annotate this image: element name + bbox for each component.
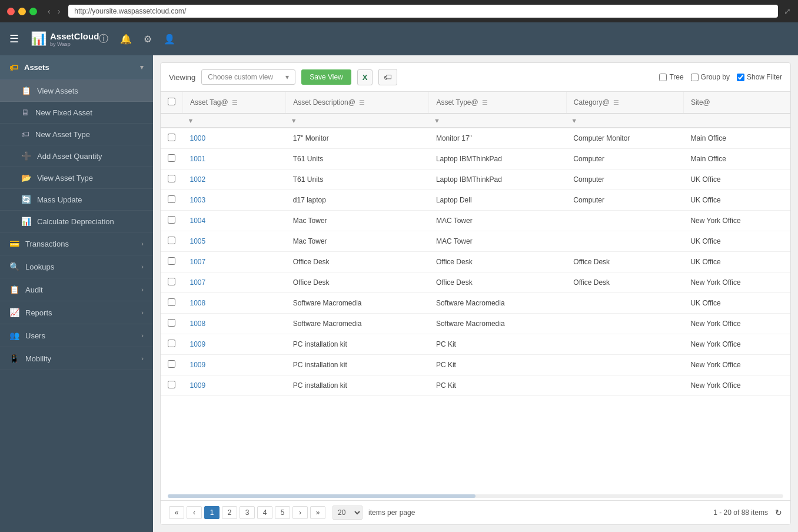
tag-button[interactable]: 🏷	[378, 69, 397, 85]
row-asset-desc: PC installation kit	[286, 375, 429, 396]
notification-icon[interactable]: 🔔	[120, 34, 132, 45]
asset-desc-col-menu-icon[interactable]: ☰	[359, 99, 365, 107]
close-button[interactable]	[7, 8, 15, 15]
sidebar-item-new-fixed-asset[interactable]: 🖥 New Fixed Asset	[0, 102, 153, 124]
filter-category-cell: ▼	[566, 114, 683, 128]
sidebar-item-mobility[interactable]: 📱 Mobility ›	[0, 347, 153, 370]
asset-tag-link[interactable]: 1009	[190, 340, 206, 348]
mass-update-icon: 🔄	[21, 195, 31, 204]
export-excel-button[interactable]: X	[357, 69, 373, 85]
page-3-button[interactable]: 3	[240, 506, 255, 519]
page-5-button[interactable]: 5	[275, 506, 290, 519]
filter-desc-icon: ▼	[291, 117, 297, 124]
row-checkbox[interactable]	[168, 298, 175, 306]
custom-view-select[interactable]: Choose custom view ▾	[201, 69, 295, 85]
row-checkbox-cell	[161, 375, 183, 396]
row-checkbox[interactable]	[168, 134, 175, 141]
sidebar-item-audit[interactable]: 📋 Audit ›	[0, 278, 153, 301]
forward-button[interactable]: ›	[55, 5, 63, 17]
sidebar-item-reports[interactable]: 📈 Reports ›	[0, 301, 153, 324]
per-page-select[interactable]: 20 50 100	[332, 506, 363, 520]
help-icon[interactable]: ⓘ	[99, 33, 108, 45]
app-container: ☰ 📊 AssetCloud by Wasp ⓘ 🔔 ⚙ 👤 🏷 Assets …	[0, 22, 798, 532]
tree-checkbox[interactable]	[659, 74, 667, 81]
sidebar-item-view-assets[interactable]: 📋 View Assets	[0, 80, 153, 102]
asset-desc-col-label: Asset Description@	[293, 98, 355, 107]
asset-tag-link[interactable]: 1009	[190, 361, 206, 369]
filter-asset-type-cell: ▼	[429, 114, 566, 128]
asset-tag-link[interactable]: 1004	[190, 217, 206, 225]
asset-tag-link[interactable]: 1007	[190, 258, 206, 266]
asset-tag-link[interactable]: 1000	[190, 134, 206, 142]
asset-tag-link[interactable]: 1009	[190, 381, 206, 390]
first-page-button[interactable]: «	[169, 506, 184, 519]
group-by-checkbox-label[interactable]: Group by	[691, 73, 730, 81]
sidebar-sub-label: Audit	[25, 285, 43, 294]
row-checkbox[interactable]	[168, 319, 175, 327]
sidebar-item-add-asset-quantity[interactable]: ➕ Add Asset Quantity	[0, 145, 153, 167]
sidebar-assets-header[interactable]: 🏷 Assets ▾	[0, 55, 153, 80]
category-col-menu-icon[interactable]: ☰	[613, 99, 619, 107]
sidebar-item-view-asset-type[interactable]: 📂 View Asset Type	[0, 167, 153, 189]
row-site: New York Office	[683, 314, 790, 334]
sidebar-item-new-asset-type[interactable]: 🏷 New Asset Type	[0, 124, 153, 145]
user-icon[interactable]: 👤	[164, 34, 175, 45]
sidebar-item-transactions[interactable]: 💳 Transactions ›	[0, 232, 153, 255]
row-checkbox[interactable]	[168, 175, 175, 182]
show-filter-checkbox[interactable]	[737, 74, 744, 81]
maximize-button[interactable]	[29, 8, 37, 15]
col-header-asset-tag: Asset Tag@ ☰	[183, 92, 286, 114]
asset-tag-link[interactable]: 1008	[190, 299, 206, 307]
row-asset-type: Laptop Dell	[429, 190, 566, 211]
asset-type-col-menu-icon[interactable]: ☰	[482, 99, 488, 107]
pagination-bar: « ‹ 1 2 3 4 5 › » 20 50 100 items per pa…	[161, 500, 790, 524]
row-checkbox[interactable]	[168, 216, 175, 224]
asset-tag-col-menu-icon[interactable]: ☰	[232, 99, 238, 107]
asset-tag-link[interactable]: 1002	[190, 175, 206, 184]
row-checkbox[interactable]	[168, 340, 175, 347]
next-page-button[interactable]: ›	[292, 506, 308, 519]
horizontal-scrollbar[interactable]	[168, 494, 783, 498]
row-checkbox[interactable]	[168, 195, 175, 203]
row-checkbox[interactable]	[168, 154, 175, 162]
row-checkbox[interactable]	[168, 278, 175, 285]
sidebar-item-mass-update[interactable]: 🔄 Mass Update	[0, 189, 153, 211]
sidebar-item-calculate-depreciation[interactable]: 📊 Calculate Depreciation	[0, 211, 153, 232]
page-1-button[interactable]: 1	[204, 506, 220, 519]
row-asset-tag: 1008	[183, 314, 286, 334]
refresh-button[interactable]: ↻	[775, 508, 782, 517]
prev-page-button[interactable]: ‹	[187, 506, 202, 519]
asset-tag-link[interactable]: 1003	[190, 196, 206, 204]
view-assets-icon: 📋	[21, 86, 31, 95]
page-2-button[interactable]: 2	[222, 506, 237, 519]
row-checkbox[interactable]	[168, 237, 175, 244]
select-all-checkbox[interactable]	[168, 98, 175, 105]
asset-tag-link[interactable]: 1008	[190, 320, 206, 328]
expand-icon[interactable]: ⤢	[784, 6, 791, 16]
show-filter-checkbox-label[interactable]: Show Filter	[737, 73, 782, 81]
row-checkbox[interactable]	[168, 381, 175, 388]
page-4-button[interactable]: 4	[257, 506, 272, 519]
tree-checkbox-label[interactable]: Tree	[659, 73, 683, 81]
row-category: Office Desk	[566, 272, 683, 293]
asset-tag-link[interactable]: 1007	[190, 278, 206, 287]
asset-tag-link[interactable]: 1005	[190, 237, 206, 245]
sidebar-item-lookups[interactable]: 🔍 Lookups ›	[0, 255, 153, 278]
group-by-checkbox[interactable]	[691, 74, 699, 81]
asset-tag-link[interactable]: 1001	[190, 155, 206, 163]
settings-icon[interactable]: ⚙	[144, 34, 152, 45]
row-asset-type: PC Kit	[429, 375, 566, 396]
traffic-lights	[7, 8, 37, 15]
row-asset-desc: Office Desk	[286, 252, 429, 272]
row-checkbox-cell	[161, 272, 183, 293]
sidebar-item-users[interactable]: 👥 Users ›	[0, 324, 153, 347]
row-checkbox[interactable]	[168, 257, 175, 265]
minimize-button[interactable]	[18, 8, 26, 15]
save-view-button[interactable]: Save View	[301, 69, 351, 85]
last-page-button[interactable]: »	[310, 506, 325, 519]
row-checkbox[interactable]	[168, 360, 175, 368]
hamburger-button[interactable]: ☰	[9, 32, 19, 45]
table-row: 1007 Office Desk Office Desk Office Desk…	[161, 272, 790, 293]
url-bar[interactable]: http://yoursite.waspassetcloud.com/	[68, 5, 778, 18]
back-button[interactable]: ‹	[45, 5, 53, 17]
